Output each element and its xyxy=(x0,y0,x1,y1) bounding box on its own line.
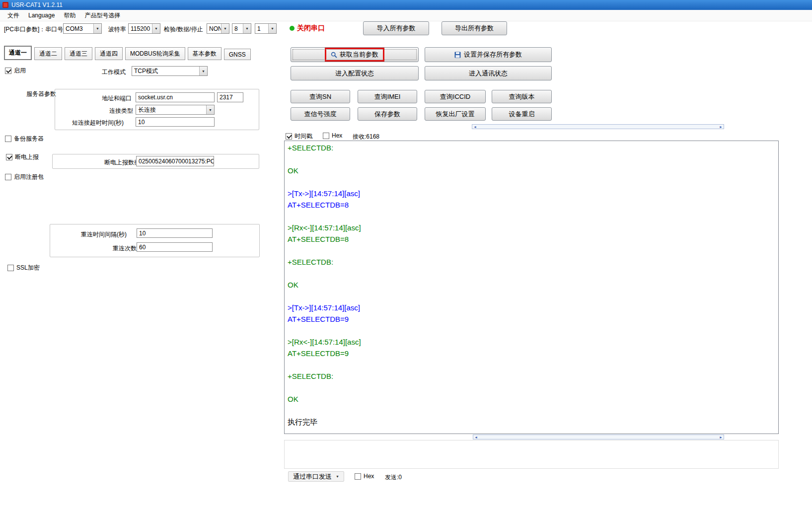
send-input-area[interactable] xyxy=(284,440,779,469)
tab[interactable]: GNSS xyxy=(224,49,251,60)
ssl-checkbox[interactable]: SSL加密 xyxy=(7,264,40,272)
conn-type-select[interactable]: 长连接 ▼ xyxy=(136,105,215,115)
log-line: OK xyxy=(288,393,775,405)
reconnect-interval-input[interactable]: 10 xyxy=(137,228,213,238)
set-save-all-label: 设置并保存所有参数 xyxy=(464,50,522,59)
receive-hex-checkbox[interactable]: Hex xyxy=(323,132,342,139)
query-iccid-button[interactable]: 查询ICCID xyxy=(425,90,486,103)
log-line xyxy=(288,291,775,302)
get-current-params-button[interactable]: 获取当前参数 xyxy=(291,47,419,62)
address-input[interactable]: socket.usr.cn xyxy=(136,92,215,102)
close-port-button[interactable]: 关闭串口 xyxy=(297,24,325,33)
menu-item[interactable]: 帮助 xyxy=(59,10,80,21)
lower-hscrollbar[interactable]: ◄ ► xyxy=(473,435,724,439)
ssl-label: SSL加密 xyxy=(16,264,40,272)
query-signal-button[interactable]: 查信号强度 xyxy=(291,107,350,121)
tab[interactable]: 通道四 xyxy=(95,47,123,60)
log-line: +SELECTDB: xyxy=(288,256,775,268)
enable-checkbox[interactable]: 启用 xyxy=(5,67,26,75)
send-hex-checkbox[interactable]: Hex xyxy=(355,473,374,480)
scroll-left-icon[interactable]: ◄ xyxy=(473,125,477,129)
save-icon xyxy=(454,52,461,58)
checkbox-box xyxy=(7,265,14,271)
log-line: AT+SELECTDB=9 xyxy=(288,313,775,325)
short-timeout-input[interactable]: 10 xyxy=(136,117,215,127)
query-version-button[interactable]: 查询版本 xyxy=(492,90,552,103)
menu-item[interactable]: 文件 xyxy=(3,10,24,21)
tab[interactable]: 通道一 xyxy=(4,46,32,60)
chevron-down-icon: ▼ xyxy=(199,67,207,75)
log-line: +SELECTDB: xyxy=(288,370,775,382)
export-params-button[interactable]: 导出所有参数 xyxy=(442,21,507,35)
port-input[interactable]: 2317 xyxy=(217,92,243,102)
factory-reset-button[interactable]: 恢复出厂设置 xyxy=(425,107,486,121)
enable-label: 启用 xyxy=(14,67,26,75)
baud-select[interactable]: 115200 ▼ xyxy=(128,23,160,34)
parity-select[interactable]: NONI ▼ xyxy=(207,23,229,34)
databits-select[interactable]: 8 ▼ xyxy=(232,23,251,34)
send-mode-label: 通过串口发送 xyxy=(293,472,332,481)
chevron-down-icon: ▼ xyxy=(206,105,214,114)
register-pack-checkbox[interactable]: 启用注册包 xyxy=(5,173,44,181)
reconnect-count-input[interactable]: 60 xyxy=(137,242,213,252)
checkbox-box xyxy=(6,154,12,160)
set-save-all-button[interactable]: 设置并保存所有参数 xyxy=(425,47,552,62)
send-mode-button[interactable]: 通过串口发送 ▼ xyxy=(288,471,344,482)
serial-log[interactable]: +SELECTDB:OK>[Tx->][14:57:14][asc]AT+SEL… xyxy=(284,141,779,434)
menu-item[interactable]: Language xyxy=(24,10,59,20)
checkbox-box xyxy=(5,68,11,74)
send-hex-label: Hex xyxy=(364,473,374,480)
timestamp-checkbox[interactable]: 时间戳 xyxy=(286,132,312,141)
com-port-select[interactable]: COM3 ▼ xyxy=(63,23,102,34)
scroll-left-icon[interactable]: ◄ xyxy=(474,436,478,439)
stopbits-select[interactable]: 1 ▼ xyxy=(255,23,277,34)
window-title: USR-CAT1 V1.2.11 xyxy=(11,1,63,8)
work-mode-label: 工作模式 xyxy=(102,68,126,76)
menu-item[interactable]: 产品型号选择 xyxy=(80,10,125,21)
log-line xyxy=(288,359,775,370)
query-imei-button[interactable]: 查询IMEI xyxy=(358,90,417,103)
backup-server-checkbox[interactable]: 备份服务器 xyxy=(5,135,44,143)
log-line: AT+SELECTDB=8 xyxy=(288,233,775,245)
checkbox-box xyxy=(355,473,361,480)
title-bar: USR-CAT1 V1.2.11 xyxy=(0,0,812,10)
scroll-right-icon[interactable]: ► xyxy=(719,125,723,129)
scroll-right-icon[interactable]: ► xyxy=(719,436,723,439)
log-line xyxy=(288,153,775,165)
tab[interactable]: 通道二 xyxy=(34,47,62,60)
device-restart-button[interactable]: 设备重启 xyxy=(492,107,552,121)
log-line: OK xyxy=(288,165,775,176)
power-off-data-input[interactable]: 02500524060700013275:PO xyxy=(136,156,214,166)
short-timeout-label: 短连接超时时间(秒) xyxy=(72,119,124,127)
log-line: >[Rx<-][14:57:14][asc] xyxy=(288,336,775,348)
tab[interactable]: 通道三 xyxy=(65,47,92,60)
chevron-down-icon: ▼ xyxy=(268,24,276,33)
tab[interactable]: MODBUS轮询采集 xyxy=(125,47,185,60)
port-status-icon xyxy=(290,26,295,31)
parity-label: 检验/数据/停止 xyxy=(164,25,203,34)
log-line xyxy=(288,245,775,256)
query-sn-button[interactable]: 查询SN xyxy=(291,90,350,103)
timestamp-label: 时间戳 xyxy=(295,132,312,141)
backup-server-label: 备份服务器 xyxy=(14,135,44,143)
power-off-report-checkbox[interactable]: 断电上报 xyxy=(6,153,39,161)
enter-config-button[interactable]: 进入配置状态 xyxy=(291,66,419,80)
power-off-report-label: 断电上报 xyxy=(15,153,39,161)
chevron-down-icon: ▼ xyxy=(243,24,251,33)
conn-type-value: 长连接 xyxy=(136,105,206,114)
databits-value: 8 xyxy=(232,24,243,33)
tab[interactable]: 基本参数 xyxy=(188,47,221,60)
sent-count: 发送:0 xyxy=(385,473,402,482)
save-params-button[interactable]: 保存参数 xyxy=(358,107,417,121)
upper-hscrollbar[interactable]: ◄ ► xyxy=(472,124,724,129)
log-line: 执行完毕 xyxy=(288,416,775,428)
log-line xyxy=(288,176,775,188)
work-mode-select[interactable]: TCP模式 ▼ xyxy=(132,66,208,76)
log-line xyxy=(288,211,775,222)
server-group-title: 服务器参数 xyxy=(26,90,56,98)
import-params-button[interactable]: 导入所有参数 xyxy=(363,21,429,35)
enter-comm-button[interactable]: 进入通讯状态 xyxy=(425,66,552,80)
serial-params-label: [PC串口参数]：串口号 xyxy=(4,25,63,34)
log-line: >[Tx->][14:57:14][asc] xyxy=(288,188,775,199)
com-port-value: COM3 xyxy=(64,24,93,33)
